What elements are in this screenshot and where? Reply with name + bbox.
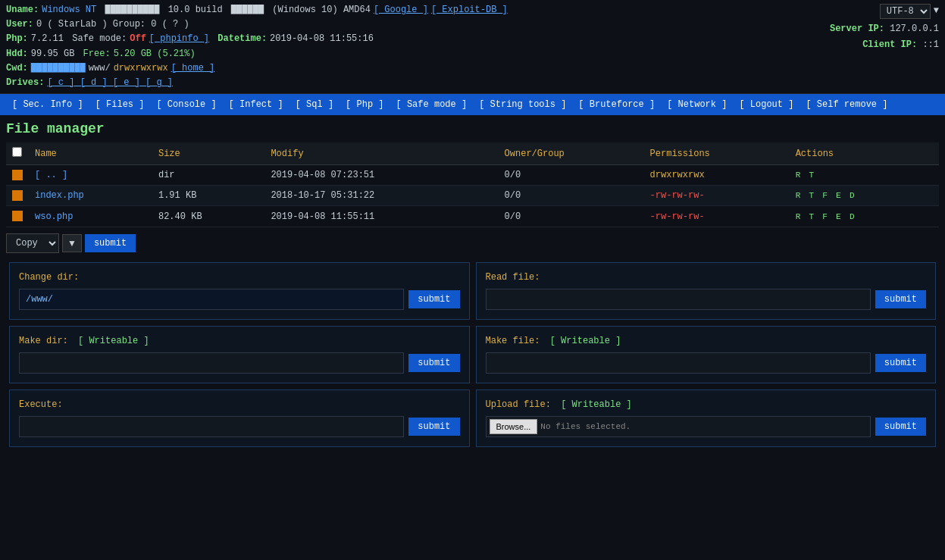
file-manager-title: File manager [6,121,939,136]
row-perms: -rw-rw-rw- [644,186,790,206]
action-r[interactable]: R [796,171,801,180]
execute-submit[interactable]: submit [408,418,459,436]
user-value: 0 ( StarLab ) Group: 0 ( ? ) [36,17,189,32]
user-label: User: [6,17,33,32]
nav-console[interactable]: [ Console ] [150,98,222,111]
server-ip-value: 127.0.0.1 [890,23,939,34]
nav-string-tools[interactable]: [ String tools ] [473,98,572,111]
php-label: Php: [6,32,28,46]
row-modify: 2018-10-17 05:31:22 [264,186,498,206]
nav-sql[interactable]: [ Sql ] [289,98,340,111]
row-checkbox-cell [6,186,29,206]
nav-bar: [ Sec. Info ] [ Files ] [ Console ] [ In… [0,94,945,115]
action-e[interactable]: E [836,191,841,200]
uname-extra: (Windows 10) AMD64 [272,3,371,17]
upload-file-input-row: Browse... No files selected. submit [486,416,927,437]
action-t[interactable]: T [809,171,814,180]
nav-self-remove[interactable]: [ Self remove ] [799,98,893,111]
make-dir-submit[interactable]: submit [408,354,459,372]
read-file-label: Read file: [486,272,927,283]
copy-select[interactable]: Copy [6,233,59,253]
execute-input[interactable] [19,416,404,437]
nav-safe-mode[interactable]: [ Safe mode ] [390,98,474,111]
row-name[interactable]: [ .. ] [29,165,152,186]
hdd-free-label: Free: [77,47,110,61]
upload-submit[interactable]: submit [875,418,926,436]
read-file-submit[interactable]: submit [875,290,926,308]
exploitdb-link[interactable]: [ Exploit-DB ] [431,3,508,17]
nav-logout[interactable]: [ Logout ] [733,98,799,111]
action-f[interactable]: F [822,212,828,221]
action-d[interactable]: D [850,191,855,200]
read-file-input[interactable] [486,289,871,310]
server-info: UTF-8 ▼ Server IP: 127.0.0.1 Client IP: … [830,3,939,54]
file-link[interactable]: [ .. ] [35,170,67,180]
col-actions: Actions [790,142,939,165]
col-perms: Permissions [644,142,790,165]
execute-label: Execute: [19,399,460,410]
file-link[interactable]: wso.php [35,211,73,222]
user-row: User: 0 ( StarLab ) Group: 0 ( ? ) [6,17,939,32]
copy-submit-button[interactable]: submit [85,234,136,252]
cwd-slash: www/ [89,61,111,76]
nav-network[interactable]: [ Network ] [661,98,733,111]
cwd-home-link[interactable]: [ home ] [171,61,215,76]
nav-infect[interactable]: [ Infect ] [223,98,289,111]
nav-sec-info[interactable]: [ Sec. Info ] [6,98,89,111]
table-row: wso.php 82.40 KB 2019-04-08 11:55:11 0/0… [6,206,939,227]
row-name[interactable]: index.php [29,186,152,206]
file-link[interactable]: index.php [35,190,84,201]
make-file-input[interactable] [486,352,871,374]
change-dir-input[interactable] [19,289,404,310]
make-file-writeable: [ Writeable ] [550,336,621,346]
change-dir-submit[interactable]: submit [408,290,459,308]
make-file-panel: Make file: [ Writeable ] submit [476,326,937,383]
dropdown-chevron[interactable]: ▼ [62,234,82,252]
upload-writeable: [ Writeable ] [561,399,632,410]
execute-panel: Execute: submit [9,389,470,447]
phpinfo-link[interactable]: [ phpinfo ] [149,32,209,46]
row-owner: 0/0 [499,186,644,206]
row-size: dir [152,165,264,186]
change-dir-label: Change dir: [19,272,460,283]
row-perms: -rw-rw-rw- [644,206,790,227]
google-link[interactable]: [ Google ] [374,3,428,17]
upload-file-panel: Upload file: [ Writeable ] Browse... No … [476,389,937,447]
col-modify: Modify [264,142,498,165]
action-t[interactable]: T [809,191,814,200]
make-dir-label: Make dir: [ Writeable ] [19,336,460,346]
header-info: UTF-8 ▼ Server IP: 127.0.0.1 Client IP: … [0,0,945,94]
datetime-label: Datetime: [212,32,267,46]
drives-value[interactable]: [ c ] [ d ] [ e ] [ g ] [47,76,173,90]
select-all-checkbox[interactable] [12,147,22,157]
hdd-label: Hdd: [6,47,28,61]
table-row: [ .. ] dir 2019-04-08 07:23:51 0/0 drwxr… [6,165,939,186]
row-owner: 0/0 [499,165,644,186]
hdd-free-value: 5.20 GB (5.21%) [114,47,196,61]
action-t[interactable]: T [809,212,814,221]
make-dir-panel: Make dir: [ Writeable ] submit [9,326,470,383]
action-d[interactable]: D [850,212,855,221]
make-file-submit[interactable]: submit [875,354,926,372]
browse-button[interactable]: Browse... [490,419,538,434]
php-row: Php: 7.2.11 Safe mode: Off [ phpinfo ] D… [6,32,939,46]
nav-bruteforce[interactable]: [ Bruteforce ] [572,98,661,111]
row-name[interactable]: wso.php [29,206,152,227]
nav-files[interactable]: [ Files ] [89,98,151,111]
action-r[interactable]: R [796,212,801,221]
action-f[interactable]: F [822,191,828,200]
nav-php[interactable]: [ Php ] [340,98,390,111]
server-ip-label: Server IP: [830,23,884,34]
cwd-label: Cwd: [6,61,28,76]
encoding-select[interactable]: UTF-8 [880,4,931,19]
copy-toolbar: Copy ▼ submit [6,233,939,253]
read-file-panel: Read file: submit [476,262,937,320]
make-dir-input[interactable] [19,352,404,374]
action-e[interactable]: E [836,212,841,221]
execute-input-row: submit [19,416,460,437]
action-r[interactable]: R [796,191,801,200]
row-actions: R T F E D [790,206,939,227]
datetime-value: 2019-04-08 11:55:16 [270,32,374,46]
panels-row-3: Execute: submit Upload file: [ Writeable… [6,389,939,447]
make-file-input-row: submit [486,352,927,374]
